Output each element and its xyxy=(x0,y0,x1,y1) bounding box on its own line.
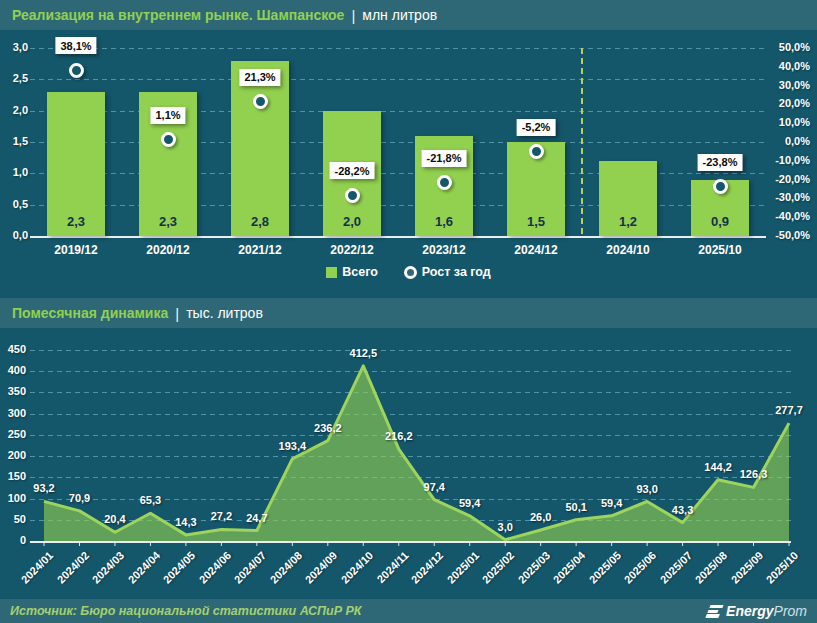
x-axis-month-label: 2024/04 xyxy=(125,549,162,586)
growth-value-label: 38,1% xyxy=(55,37,96,54)
y-axis-tick-label: 0,5 xyxy=(2,198,28,210)
secondary-axis-tick-label: 30,0% xyxy=(762,79,810,91)
y-axis-tick-label: 2,0 xyxy=(2,104,28,116)
gridline xyxy=(30,48,766,49)
point-value-label: 26,0 xyxy=(530,511,551,523)
secondary-axis-tick-label: -20,0% xyxy=(762,173,810,185)
bar-value-label: 2,8 xyxy=(231,214,289,229)
growth-value-label: -5,2% xyxy=(517,119,556,136)
legend-total-label: Всего xyxy=(342,265,378,279)
growth-value-label: 1,1% xyxy=(150,107,185,124)
secondary-axis-tick-label: -50,0% xyxy=(762,229,810,241)
point-value-label: 50,1 xyxy=(565,501,586,513)
y-axis-tick-label: 1,5 xyxy=(2,135,28,147)
x-axis-month-label: 2024/03 xyxy=(90,549,127,586)
chart2-title-separator: | xyxy=(175,305,179,322)
point-value-label: 277,7 xyxy=(775,404,803,416)
growth-value-label: -21,8% xyxy=(422,150,467,167)
legend-total-swatch-icon xyxy=(326,267,337,278)
point-value-label: 97,4 xyxy=(424,481,445,493)
x-axis-line xyxy=(30,541,791,543)
gridline xyxy=(30,414,791,415)
point-value-label: 59,4 xyxy=(459,497,480,509)
point-value-label: 59,4 xyxy=(601,497,622,509)
y-axis-tick-label: 3,0 xyxy=(2,41,28,53)
point-value-label: 126,3 xyxy=(740,468,768,480)
y-axis-tick-label: 0 xyxy=(0,534,26,546)
y-axis-tick-label: 1,0 xyxy=(2,166,28,178)
bar-value-label: 2,3 xyxy=(139,214,197,229)
x-axis-month-label: 2025/09 xyxy=(728,549,765,586)
growth-value-label: -28,2% xyxy=(330,162,375,179)
point-value-label: 43,3 xyxy=(672,504,693,516)
x-axis-month-label: 2024/12 xyxy=(409,549,446,586)
point-value-label: 70,9 xyxy=(69,492,90,504)
chart1-legend: Всего Рост за год xyxy=(0,265,817,279)
x-axis-category-label: 2022/12 xyxy=(307,243,397,257)
gridline xyxy=(30,350,791,351)
growth-marker-icon xyxy=(345,188,360,203)
point-value-label: 236,2 xyxy=(314,422,342,434)
y-axis-tick-label: 300 xyxy=(0,407,26,419)
secondary-axis-tick-label: 20,0% xyxy=(762,97,810,109)
point-value-label: 412,5 xyxy=(350,347,378,359)
secondary-axis-tick-label: 50,0% xyxy=(762,41,810,53)
total-bar xyxy=(231,61,289,236)
secondary-axis-tick-label: -10,0% xyxy=(762,154,810,166)
point-value-label: 27,2 xyxy=(211,510,232,522)
x-axis-month-label: 2024/11 xyxy=(374,549,410,585)
x-axis-month-label: 2024/10 xyxy=(338,549,375,586)
y-axis-tick-label: 450 xyxy=(0,343,26,355)
x-axis-month-label: 2024/05 xyxy=(161,549,198,586)
x-axis-month-label: 2025/03 xyxy=(516,549,553,586)
y-axis-tick-label: 2,5 xyxy=(2,72,28,84)
x-axis-category-label: 2019/12 xyxy=(31,243,121,257)
growth-marker-icon xyxy=(161,132,176,147)
growth-marker-icon xyxy=(69,63,84,78)
legend-growth-label: Рост за год xyxy=(422,265,491,279)
growth-marker-icon xyxy=(529,144,544,159)
chart2-unit: тыс. литров xyxy=(186,305,263,321)
point-value-label: 193,4 xyxy=(279,440,307,452)
y-axis-tick-label: 400 xyxy=(0,364,26,376)
x-axis-month-label: 2024/08 xyxy=(267,549,304,586)
point-value-label: 144,2 xyxy=(704,461,732,473)
x-axis-month-label: 2024/09 xyxy=(303,549,340,586)
secondary-axis-tick-label: -30,0% xyxy=(762,191,810,203)
bar-value-label: 1,2 xyxy=(599,214,657,229)
secondary-axis-tick-label: -40,0% xyxy=(762,210,810,222)
x-axis-month-label: 2025/02 xyxy=(480,549,517,586)
x-axis-month-label: 2024/06 xyxy=(196,549,233,586)
period-separator-line xyxy=(581,48,583,236)
point-value-label: 24,7 xyxy=(246,512,267,524)
x-axis-month-label: 2024/02 xyxy=(54,549,91,586)
point-value-label: 216,2 xyxy=(385,430,413,442)
legend-growth-marker-icon xyxy=(404,266,417,279)
growth-marker-icon xyxy=(253,94,268,109)
infographic-canvas: Реализация на внутреннем рынке. Шампанск… xyxy=(0,0,817,623)
x-axis-month-label: 2025/10 xyxy=(764,549,801,586)
point-value-label: 14,3 xyxy=(175,516,196,528)
secondary-axis-tick-label: 10,0% xyxy=(762,116,810,128)
energyprom-logo: EnergyProm xyxy=(708,602,807,620)
x-axis-line xyxy=(30,236,766,238)
x-axis-month-label: 2025/08 xyxy=(693,549,730,586)
bar-value-label: 2,3 xyxy=(47,214,105,229)
footer-bar: Источник: Бюро национальной статистики А… xyxy=(0,599,817,623)
energyprom-lightning-icon xyxy=(706,605,724,618)
x-axis-month-label: 2025/07 xyxy=(657,549,694,586)
x-axis-category-label: 2024/12 xyxy=(491,243,581,257)
x-axis-month-label: 2024/07 xyxy=(232,549,269,586)
y-axis-tick-label: 150 xyxy=(0,470,26,482)
gridline xyxy=(30,371,791,372)
x-axis-month-label: 2024/01 xyxy=(19,549,56,586)
x-axis-month-label: 2025/01 xyxy=(445,549,482,586)
chart2-title: Помесячная динамика xyxy=(12,305,168,321)
point-value-label: 3,0 xyxy=(498,521,513,533)
x-axis-category-label: 2020/12 xyxy=(123,243,213,257)
x-axis-month-label: 2025/05 xyxy=(587,549,624,586)
point-value-label: 93,2 xyxy=(33,482,54,494)
source-note: Источник: Бюро национальной статистики А… xyxy=(10,604,362,618)
y-axis-tick-label: 350 xyxy=(0,385,26,397)
growth-marker-icon xyxy=(713,179,728,194)
